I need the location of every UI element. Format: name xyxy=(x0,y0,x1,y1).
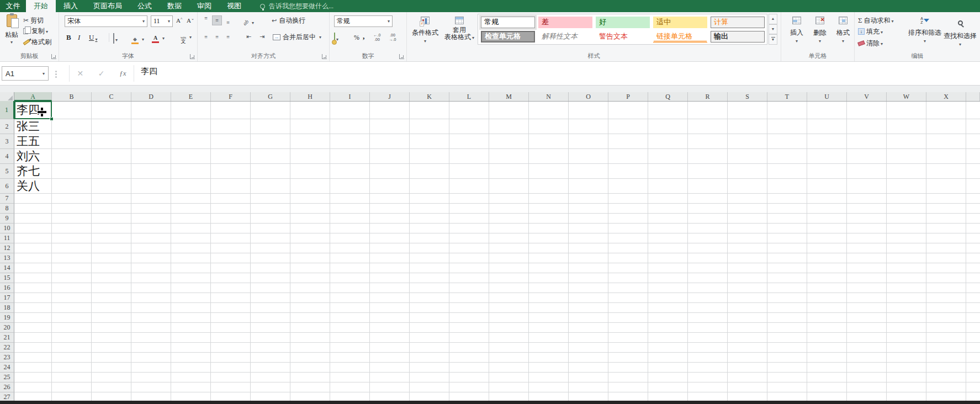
name-box-dropdown[interactable]: ▾ xyxy=(43,71,45,76)
row-header-4[interactable]: 4 xyxy=(0,149,14,164)
accounting-format-button[interactable] xyxy=(334,33,338,43)
paste-button[interactable]: 粘贴 ▾ xyxy=(2,14,22,51)
cell-A2[interactable]: 张三 xyxy=(17,119,51,134)
merge-center-button[interactable]: ↔ 合并后居中 xyxy=(273,33,321,42)
column-header-W[interactable]: W xyxy=(887,92,926,101)
column-header-C[interactable]: C xyxy=(92,92,131,101)
orientation-button[interactable]: ab xyxy=(243,17,254,26)
fill-color-button[interactable]: ◆ xyxy=(131,33,144,44)
cell-style-item[interactable]: 常规 xyxy=(481,17,535,28)
tell-me-search[interactable]: 告诉我您想要做什么... xyxy=(260,0,333,12)
worksheet-grid[interactable]: ABCDEFGHIJKLMNOPQRSTUVWX1234567891011121… xyxy=(0,92,980,404)
format-painter-button[interactable]: 格式刷 xyxy=(23,37,51,47)
row-header-12[interactable]: 12 xyxy=(0,243,14,253)
row-header-19[interactable]: 19 xyxy=(0,313,14,323)
column-header-R[interactable]: R xyxy=(688,92,728,101)
column-header-partial[interactable] xyxy=(966,92,980,101)
row-header-20[interactable]: 20 xyxy=(0,323,14,333)
row-header-1[interactable]: 1 xyxy=(0,101,14,119)
row-header-8[interactable]: 8 xyxy=(0,204,14,214)
cell-style-item[interactable]: 计算 xyxy=(711,17,765,28)
column-header-M[interactable]: M xyxy=(489,92,529,101)
row-header-24[interactable]: 24 xyxy=(0,363,14,373)
cell-A4[interactable]: 刘六 xyxy=(17,149,51,164)
align-middle-button[interactable]: ≡ xyxy=(212,15,222,25)
column-header-Q[interactable]: Q xyxy=(648,92,688,101)
row-header-14[interactable]: 14 xyxy=(0,263,14,273)
cell-style-item[interactable]: 警告文本 xyxy=(596,31,650,42)
sort-filter-button[interactable]: AZ 排序和筛选 ▾ xyxy=(908,12,942,44)
italic-button[interactable]: I xyxy=(78,33,80,42)
fill-handle[interactable] xyxy=(50,117,54,121)
tab-file[interactable]: 文件 xyxy=(0,0,26,12)
row-header-21[interactable]: 21 xyxy=(0,333,14,343)
align-center-button[interactable]: ≡ xyxy=(212,32,222,42)
paste-dropdown[interactable]: ▾ xyxy=(2,40,22,45)
gallery-scroll-up[interactable]: ▲ xyxy=(769,14,777,24)
column-header-B[interactable]: B xyxy=(52,92,92,101)
tab-公式[interactable]: 公式 xyxy=(130,0,160,12)
column-header-F[interactable]: F xyxy=(211,92,251,101)
formula-bar-splitter[interactable] xyxy=(55,71,57,72)
cell-style-item[interactable]: 输出 xyxy=(711,31,765,42)
column-header-E[interactable]: E xyxy=(171,92,211,101)
column-header-P[interactable]: P xyxy=(608,92,648,101)
copy-button[interactable]: 复制 xyxy=(23,26,48,36)
clipboard-dialog-launcher[interactable] xyxy=(51,54,56,59)
tab-数据[interactable]: 数据 xyxy=(160,0,189,12)
font-dialog-launcher[interactable] xyxy=(190,54,195,59)
shrink-font-button[interactable]: A⌄ xyxy=(187,17,194,24)
column-header-J[interactable]: J xyxy=(370,92,410,101)
row-header-9[interactable]: 9 xyxy=(0,214,14,224)
row-header-5[interactable]: 5 xyxy=(0,164,14,179)
grow-font-button[interactable]: A^ xyxy=(176,17,182,24)
comma-style-button[interactable]: , xyxy=(363,32,365,41)
align-right-button[interactable]: ≡ xyxy=(223,32,233,42)
row-header-2[interactable]: 2 xyxy=(0,119,14,134)
row-header-26[interactable]: 26 xyxy=(0,382,14,392)
row-header-6[interactable]: 6 xyxy=(0,179,14,194)
row-header-16[interactable]: 16 xyxy=(0,283,14,293)
align-left-button[interactable]: ≡ xyxy=(201,32,211,42)
tab-开始[interactable]: 开始 xyxy=(26,0,56,12)
insert-cells-button[interactable]: 插入 ▾ xyxy=(786,12,808,44)
select-all-corner[interactable] xyxy=(0,92,14,101)
tab-插入[interactable]: 插入 xyxy=(56,0,86,12)
tab-视图[interactable]: 视图 xyxy=(219,0,249,12)
column-header-U[interactable]: U xyxy=(807,92,847,101)
align-bottom-button[interactable]: ≡ xyxy=(223,15,233,25)
cell-style-item[interactable]: 好 xyxy=(596,17,650,28)
column-header-L[interactable]: L xyxy=(449,92,489,101)
row-header-10[interactable]: 10 xyxy=(0,224,14,233)
cell-style-item[interactable]: 链接单元格 xyxy=(653,31,707,42)
number-format-combo[interactable]: 常规▾ xyxy=(334,15,393,27)
name-box[interactable]: A1 ▾ xyxy=(2,66,49,81)
gallery-scroll-down[interactable]: ▼ xyxy=(769,24,777,35)
autosum-button[interactable]: Σ 自动求和 xyxy=(858,15,894,25)
cell-style-item[interactable]: 解释性文本 xyxy=(538,31,592,42)
format-cells-button[interactable]: 格式 ▾ xyxy=(832,12,854,44)
column-header-G[interactable]: G xyxy=(251,92,290,101)
alignment-dialog-launcher[interactable] xyxy=(322,54,327,59)
column-header-T[interactable]: T xyxy=(767,92,807,101)
format-as-table-button[interactable]: 套用 表格格式 xyxy=(442,12,476,41)
increase-indent-button[interactable]: ⇥ xyxy=(259,33,264,40)
insert-function-icon[interactable]: ƒx xyxy=(119,69,126,78)
column-header-D[interactable]: D xyxy=(131,92,171,101)
font-size-combo[interactable]: 11▾ xyxy=(151,15,173,27)
number-dialog-launcher[interactable] xyxy=(399,54,404,59)
row-header-11[interactable]: 11 xyxy=(0,233,14,243)
row-header-17[interactable]: 17 xyxy=(0,293,14,303)
percent-style-button[interactable]: % xyxy=(354,34,359,42)
increase-decimal-button[interactable]: ←.0 .00 xyxy=(370,33,384,43)
column-header-I[interactable]: I xyxy=(330,92,370,101)
font-name-combo[interactable]: 宋体▾ xyxy=(65,15,147,27)
column-header-V[interactable]: V xyxy=(847,92,887,101)
bold-button[interactable]: B xyxy=(66,33,71,42)
find-select-button[interactable]: 查找和选择 ▾ xyxy=(943,12,977,47)
fill-button[interactable]: ↓ 填充 xyxy=(858,26,883,36)
cell-A6[interactable]: 关八 xyxy=(17,179,51,194)
decrease-decimal-button[interactable]: .00 →.0 xyxy=(386,33,399,43)
cell-style-item[interactable]: 适中 xyxy=(653,17,707,28)
column-header-A[interactable]: A xyxy=(14,92,52,101)
